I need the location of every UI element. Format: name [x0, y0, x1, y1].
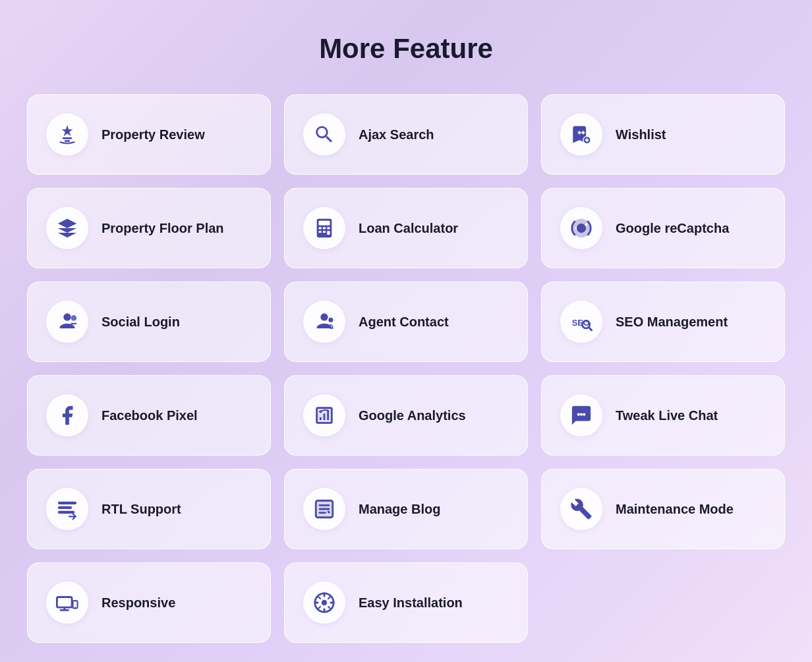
svg-point-20 — [580, 413, 583, 415]
svg-rect-22 — [58, 502, 76, 504]
seo-management-icon: SEO — [560, 301, 602, 343]
svg-point-14 — [328, 318, 333, 322]
ajax-search-label: Ajax Search — [359, 127, 434, 142]
google-recaptcha-label: Google reCaptcha — [616, 221, 729, 236]
svg-rect-6 — [323, 227, 326, 229]
svg-point-19 — [577, 413, 580, 415]
rtl-support-label: RTL Support — [102, 502, 181, 517]
facebook-pixel-icon — [46, 394, 88, 436]
property-review-label: Property Review — [102, 127, 205, 142]
svg-rect-1 — [65, 140, 71, 142]
svg-point-12 — [71, 315, 77, 321]
svg-point-13 — [320, 313, 328, 320]
svg-text:SEO: SEO — [572, 318, 590, 328]
loan-calculator-label: Loan Calculator — [359, 221, 458, 236]
svg-rect-10 — [327, 231, 330, 235]
feature-card-easy-installation[interactable]: Easy Installation — [284, 562, 528, 643]
responsive-icon — [46, 582, 88, 624]
feature-card-wishlist[interactable]: Wishlist — [541, 94, 785, 175]
svg-line-17 — [589, 328, 591, 330]
feature-card-seo-management[interactable]: SEOSEO Management — [541, 282, 785, 362]
feature-card-ajax-search[interactable]: Ajax Search — [284, 94, 528, 175]
svg-rect-9 — [323, 231, 326, 233]
svg-rect-24 — [58, 511, 75, 514]
easy-installation-label: Easy Installation — [359, 595, 463, 611]
svg-rect-30 — [57, 597, 72, 608]
feature-card-social-login[interactable]: Social Login — [27, 282, 271, 362]
svg-point-36 — [322, 600, 328, 606]
svg-rect-23 — [58, 506, 72, 509]
google-recaptcha-icon — [560, 207, 602, 249]
loan-calculator-icon — [303, 207, 345, 249]
agent-contact-icon — [303, 301, 345, 343]
svg-point-11 — [63, 313, 71, 320]
feature-card-google-recaptcha[interactable]: Google reCaptcha — [541, 188, 785, 268]
svg-rect-5 — [319, 227, 322, 229]
feature-card-loan-calculator[interactable]: Loan Calculator — [284, 188, 528, 268]
facebook-pixel-label: Facebook Pixel — [102, 408, 198, 423]
manage-blog-icon — [303, 488, 345, 530]
feature-card-facebook-pixel[interactable]: Facebook Pixel — [27, 375, 271, 456]
svg-rect-7 — [327, 227, 330, 229]
agent-contact-label: Agent Contact — [359, 315, 449, 330]
tweak-live-chat-label: Tweak Live Chat — [616, 408, 718, 423]
ajax-search-icon — [303, 113, 345, 156]
property-floor-plan-icon — [46, 207, 88, 249]
property-review-icon — [46, 113, 88, 156]
feature-card-manage-blog[interactable]: Manage Blog — [284, 469, 528, 549]
social-login-label: Social Login — [102, 315, 180, 330]
feature-card-property-review[interactable]: Property Review — [27, 94, 271, 175]
feature-card-property-floor-plan[interactable]: Property Floor Plan — [27, 188, 271, 268]
easy-installation-icon — [303, 582, 345, 624]
seo-management-label: SEO Management — [616, 315, 728, 330]
wishlist-icon — [560, 113, 602, 156]
feature-card-agent-contact[interactable]: Agent Contact — [284, 282, 528, 362]
rtl-support-icon — [46, 488, 88, 530]
wishlist-label: Wishlist — [616, 127, 666, 142]
google-analytics-icon — [303, 394, 345, 436]
maintenance-mode-label: Maintenance Mode — [616, 502, 734, 517]
feature-card-responsive[interactable]: Responsive — [27, 562, 271, 643]
svg-rect-4 — [319, 221, 330, 226]
feature-card-google-analytics[interactable]: Google Analytics — [284, 375, 528, 456]
page-title: More Feature — [319, 33, 493, 65]
feature-card-maintenance-mode[interactable]: Maintenance Mode — [541, 469, 785, 549]
svg-rect-8 — [319, 231, 322, 233]
tweak-live-chat-icon — [560, 394, 602, 436]
manage-blog-label: Manage Blog — [359, 502, 440, 517]
feature-card-tweak-live-chat[interactable]: Tweak Live Chat — [541, 375, 785, 456]
svg-point-21 — [583, 413, 585, 415]
svg-rect-0 — [63, 137, 72, 139]
features-grid: Property ReviewAjax SearchWishlistProper… — [27, 94, 785, 643]
property-floor-plan-label: Property Floor Plan — [102, 221, 224, 236]
maintenance-mode-icon — [560, 488, 602, 530]
feature-card-rtl-support[interactable]: RTL Support — [27, 469, 271, 549]
social-login-icon — [46, 301, 88, 343]
responsive-label: Responsive — [102, 595, 175, 611]
google-analytics-label: Google Analytics — [359, 408, 466, 423]
